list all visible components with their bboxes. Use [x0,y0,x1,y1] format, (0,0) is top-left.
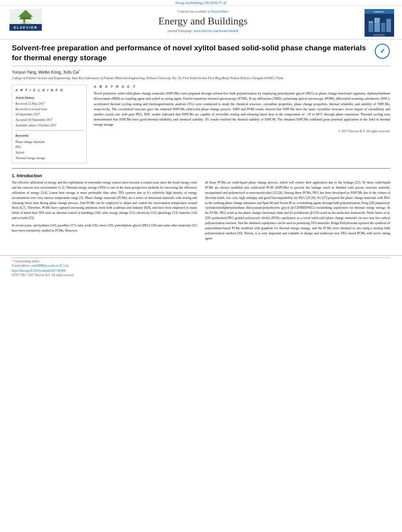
svg-rect-19 [375,21,376,22]
section-title: 1. Introduction [12,173,390,178]
elsevier-logo: ELSEVIER [8,9,43,31]
keyword-2: PEG [15,145,83,150]
article-footer: * corresponding author. E-mail address: … [0,255,402,280]
article-title: Solvent-free preparation and performance… [12,43,368,63]
received-revised-date: 28 September 2017 [15,112,83,117]
history-title: Article history: [15,95,83,101]
abstract-title: A B S T R A C T [94,85,390,89]
keyword-4: Thermal energy storage [15,156,83,161]
intro-paragraph-1: The effective utilization of energy and … [12,180,197,221]
doi-line: https://doi.org/10.1016/j.enbuild.2017.0… [12,269,390,272]
svg-rect-13 [381,23,385,32]
article-info-column: A R T I C L E I N F O Article history: R… [12,85,87,163]
journal-name: Energy and Buildings [47,15,359,27]
available-online: Available online 3 October 2017 [15,123,83,128]
svg-rect-18 [378,19,379,20]
svg-text:✓: ✓ [380,48,385,54]
svg-rect-15 [369,22,370,23]
copyright-line: © 2017 Elsevier B.V. All rights reserved… [94,130,390,133]
received-revised-label: Received in revised form [15,107,83,112]
svg-text:BUILDINGS: BUILDINGS [374,34,385,36]
svg-text:ELSEVIER: ELSEVIER [14,26,38,30]
svg-rect-17 [375,19,376,20]
authors: Yunyun Yang, Weibo Kong, Xufu Cai* [12,69,390,74]
body-left-col: The effective utilization of energy and … [12,180,197,243]
homepage-url[interactable]: www.elsevier.com/locate/enbuild [194,29,238,33]
svg-rect-16 [371,22,372,23]
article-info-title: A R T I C L E I N F O [15,87,83,93]
email-link[interactable]: cainf2008@scu.edu.cn [31,264,58,267]
svg-rect-20 [378,21,379,22]
journal-ref-text: Energy and Buildings 158 (2018) 37–42 [176,1,227,5]
issn-line: 0378-7788/© 2017 Elsevier B.V. All right… [12,273,390,277]
body-right-col: all those PCMs are solid-liquid phase ch… [205,180,390,243]
doi-link[interactable]: https://doi.org/10.1016/j.enbuild.2017.0… [12,269,66,272]
accepted-date: Accepted 30 September 2017 [15,117,83,123]
section-divider [12,168,390,169]
sciencedirect-link[interactable]: ScienceDirect [211,10,229,13]
affiliation: College of Polymer Science and Engineeri… [12,76,390,81]
abstract-column: A B S T R A C T Novel polymeric solid-so… [94,85,390,163]
journal-center: Contents lists available at ScienceDirec… [47,9,359,33]
article-title-section: Solvent-free preparation and performance… [12,43,390,66]
intro-paragraph-3: all those PCMs are solid-liquid phase ch… [205,180,390,241]
journal-header: ELSEVIER Contents lists available at Sci… [0,6,402,39]
keyword-3: Xylitol [15,150,83,156]
abstract-section: A B S T R A C T Novel polymeric solid-so… [94,85,390,133]
article-info-box: A R T I C L E I N F O Article history: R… [12,85,87,163]
received-date: Received 22 May 2017 [15,101,83,107]
crossmark-container: ✓ [374,43,390,60]
corresponding-note: * corresponding author. [12,260,390,263]
contents-available: Contents lists available at ScienceDirec… [47,10,359,13]
article-info-abstract-section: A R T I C L E I N F O Article history: R… [12,85,390,163]
body-two-col: The effective utilization of energy and … [12,180,390,243]
keyword-1: Phase change materials [15,139,83,145]
journal-ref-bar: Energy and Buildings 158 (2018) 37–42 [0,0,402,6]
svg-text:ENERGY: ENERGY [374,11,384,13]
email-line: E-mail address: cainf2008@scu.edu.cn (X.… [12,264,390,267]
journal-homepage: journal homepage: www.elsevier.com/locat… [47,29,359,33]
article-content: Solvent-free preparation and performance… [0,39,402,251]
intro-paragraph-2: In recent years, salt hydrates [16], par… [12,223,197,234]
abstract-text: Novel polymeric solid-solid phase change… [94,91,390,127]
journal-logo-right: ENERGY BUILDINGS [363,9,394,37]
svg-rect-12 [374,18,380,32]
svg-rect-11 [368,21,373,32]
keywords-title: Keywords: [15,133,83,139]
introduction-section: 1. Introduction The effective utilizatio… [12,173,390,243]
svg-rect-14 [386,19,391,32]
page-wrapper: Energy and Buildings 158 (2018) 37–42 [0,0,402,532]
